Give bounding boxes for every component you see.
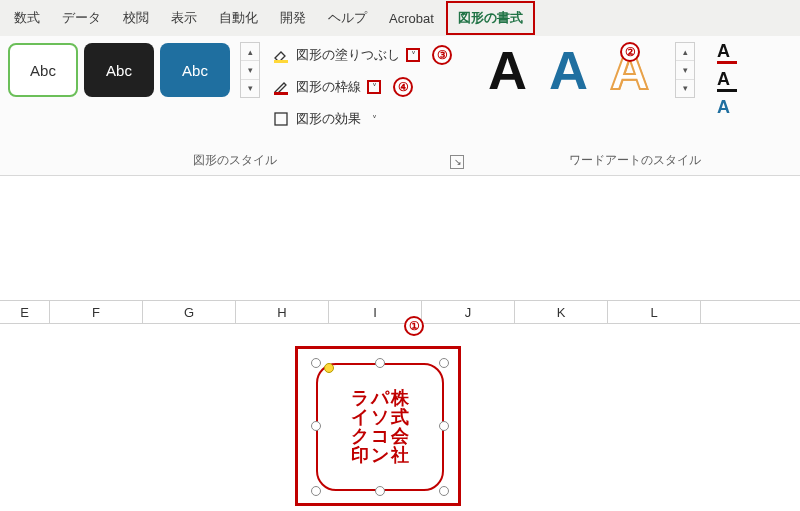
annotation-2: ② xyxy=(620,42,640,62)
cmd-shape-fill-label: 図形の塗りつぶし xyxy=(296,46,400,64)
text-format-stack: A A A xyxy=(709,42,737,120)
svg-rect-2 xyxy=(275,113,287,125)
tab-acrobat[interactable]: Acrobat xyxy=(379,5,444,32)
col-header-g[interactable]: G xyxy=(143,301,236,323)
resize-handle-s[interactable] xyxy=(375,486,385,496)
cmd-shape-outline-dropdown[interactable]: ˅ xyxy=(367,80,381,94)
wordart-gallery: A A A ▴ ▾ ▾ xyxy=(478,42,705,98)
shape-style-gallery: Abc Abc Abc ▴ ▾ ▾ xyxy=(8,42,260,98)
svg-rect-0 xyxy=(274,60,288,63)
svg-rect-1 xyxy=(274,92,288,95)
annotation-3: ③ xyxy=(432,45,452,65)
hanko-col-1: 株 式 会 社 xyxy=(391,389,409,465)
pencil-outline-icon xyxy=(272,78,290,96)
text-effects-button[interactable]: A xyxy=(717,98,737,120)
selected-shape-bbox: 株 式 会 社 パ ソ コ ン ラ イ ク 印 xyxy=(295,346,461,506)
cmd-shape-fill-dropdown[interactable]: ˅ xyxy=(406,48,420,62)
ribbon-tabstrip: 数式 データ 校閲 表示 自動化 開発 ヘルプ Acrobat 図形の書式 xyxy=(0,0,800,36)
cmd-shape-effects-label: 図形の効果 xyxy=(296,110,361,128)
col-header-k[interactable]: K xyxy=(515,301,608,323)
col-header-j[interactable]: J xyxy=(422,301,515,323)
tab-formula[interactable]: 数式 xyxy=(4,3,50,33)
paint-bucket-icon xyxy=(272,46,290,64)
shape-style-2[interactable]: Abc xyxy=(84,43,154,97)
hanko-shape[interactable]: 株 式 会 社 パ ソ コ ン ラ イ ク 印 xyxy=(316,363,444,491)
tab-help[interactable]: ヘルプ xyxy=(318,3,377,33)
wordart-style-more[interactable]: ▴ ▾ ▾ xyxy=(675,42,695,98)
hanko-col-3: ラ イ ク 印 xyxy=(351,389,369,465)
text-outline-button[interactable]: A xyxy=(717,70,737,92)
tab-view[interactable]: 表示 xyxy=(161,3,207,33)
resize-handle-ne[interactable] xyxy=(439,358,449,368)
cmd-shape-effects[interactable]: 図形の効果 ˅ xyxy=(272,106,452,132)
more-icon[interactable]: ▾ xyxy=(676,80,694,97)
more-icon[interactable]: ▾ xyxy=(241,80,259,97)
wordart-style-1[interactable]: A xyxy=(488,43,527,97)
resize-handle-n[interactable] xyxy=(375,358,385,368)
cmd-shape-fill[interactable]: 図形の塗りつぶし ˅ ③ xyxy=(272,42,452,68)
tab-automate[interactable]: 自動化 xyxy=(209,3,268,33)
resize-handle-nw[interactable] xyxy=(311,358,321,368)
resize-handle-w[interactable] xyxy=(311,421,321,431)
ribbon: Abc Abc Abc ▴ ▾ ▾ 図形の塗りつぶし ˅ ③ xyxy=(0,36,800,176)
hanko-col-2: パ ソ コ ン xyxy=(371,389,389,465)
shape-style-1[interactable]: Abc xyxy=(8,43,78,97)
tab-developer[interactable]: 開発 xyxy=(270,3,316,33)
group-shape-styles-launcher[interactable]: ↘ xyxy=(450,155,464,169)
effects-icon xyxy=(272,110,290,128)
col-header-f[interactable]: F xyxy=(50,301,143,323)
cmd-shape-outline[interactable]: 図形の枠線 ˅ ④ xyxy=(272,74,452,100)
col-header-e[interactable]: E xyxy=(0,301,50,323)
chevron-down-icon[interactable]: ▾ xyxy=(676,61,694,79)
chevron-up-icon[interactable]: ▴ xyxy=(676,43,694,61)
cmd-shape-effects-dropdown[interactable]: ˅ xyxy=(367,112,381,126)
rotate-handle[interactable] xyxy=(324,363,334,373)
col-header-h[interactable]: H xyxy=(236,301,329,323)
text-fill-button[interactable]: A xyxy=(717,42,737,64)
group-wordart-styles-label: ワードアートのスタイル xyxy=(478,148,792,175)
annotation-1: ① xyxy=(404,316,424,336)
tab-review[interactable]: 校閲 xyxy=(113,3,159,33)
shape-format-commands: 図形の塗りつぶし ˅ ③ 図形の枠線 ˅ ④ 図形の効果 xyxy=(264,42,452,132)
hanko-text: 株 式 会 社 パ ソ コ ン ラ イ ク 印 xyxy=(351,389,409,465)
col-header-l[interactable]: L xyxy=(608,301,701,323)
wordart-style-2[interactable]: A xyxy=(549,43,588,97)
annotation-4: ④ xyxy=(393,77,413,97)
cmd-shape-outline-label: 図形の枠線 xyxy=(296,78,361,96)
shape-style-3[interactable]: Abc xyxy=(160,43,230,97)
resize-handle-se[interactable] xyxy=(439,486,449,496)
group-shape-styles: Abc Abc Abc ▴ ▾ ▾ 図形の塗りつぶし ˅ ③ xyxy=(0,36,470,175)
tab-data[interactable]: データ xyxy=(52,3,111,33)
chevron-up-icon[interactable]: ▴ xyxy=(241,43,259,61)
tab-shape-format[interactable]: 図形の書式 xyxy=(446,1,535,35)
chevron-down-icon[interactable]: ▾ xyxy=(241,61,259,79)
column-headers: E F G H I J K L xyxy=(0,300,800,324)
shape-style-more[interactable]: ▴ ▾ ▾ xyxy=(240,42,260,98)
group-shape-styles-label: 図形のスタイル xyxy=(8,148,462,175)
resize-handle-sw[interactable] xyxy=(311,486,321,496)
resize-handle-e[interactable] xyxy=(439,421,449,431)
